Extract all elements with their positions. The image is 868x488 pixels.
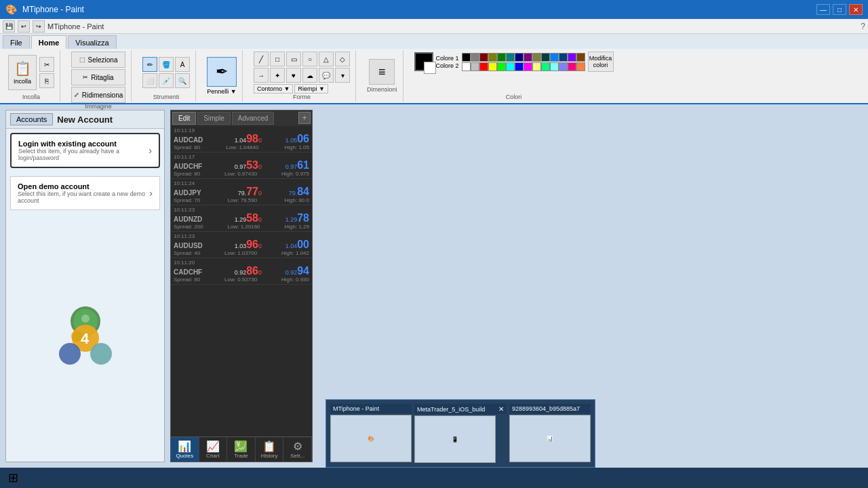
taglia-button[interactable]: ✂: [39, 57, 54, 72]
color-swatch[interactable]: [471, 62, 479, 71]
taskbar-thumbnail-group[interactable]: MTiphone - Paint 🎨: [330, 404, 412, 463]
ellipse-tool[interactable]: ○: [302, 52, 317, 66]
color-swatch[interactable]: [550, 62, 559, 71]
color-swatch[interactable]: [550, 53, 559, 62]
arrow-tool[interactable]: →: [254, 68, 269, 83]
nav-item-trade[interactable]: 💹 Trade: [227, 437, 256, 462]
rounded-rect-tool[interactable]: ▭: [286, 52, 301, 66]
triangle-tool[interactable]: △: [319, 52, 334, 66]
text-button[interactable]: A: [175, 57, 190, 72]
nav-item-chart[interactable]: 📈 Chart: [199, 437, 228, 462]
color-swatch[interactable]: [506, 62, 515, 71]
thumb-preview[interactable]: 🎨: [330, 415, 412, 462]
picker-button[interactable]: 💉: [159, 73, 174, 88]
rect-tool[interactable]: □: [270, 52, 285, 66]
heart-tool[interactable]: ♥: [286, 68, 301, 83]
color-swatch[interactable]: [576, 62, 585, 71]
ask-big: 00: [297, 239, 309, 250]
thumb-close-btn[interactable]: ✕: [498, 405, 504, 413]
color-swatch[interactable]: [488, 53, 497, 62]
redo-quick-btn[interactable]: ↪: [33, 20, 45, 33]
quote-item[interactable]: 10:11:23 AUDUSD 1.03960 1.0400 Spread: 4…: [171, 232, 312, 258]
line-tool[interactable]: ╱: [254, 52, 269, 66]
magnify-button[interactable]: 🔍: [175, 73, 190, 88]
quote-details: Spread: 80 Low: 0.97430 High: 0.975: [174, 171, 309, 177]
diamond-tool[interactable]: ◇: [335, 52, 350, 66]
color-swatch[interactable]: [559, 53, 568, 62]
color-swatch[interactable]: [462, 53, 471, 62]
cloud-tool[interactable]: ☁: [302, 68, 317, 83]
undo-quick-btn[interactable]: ↩: [18, 20, 30, 33]
advanced-toolbar-btn[interactable]: Advanced: [232, 112, 274, 125]
thumb-preview[interactable]: 📱: [414, 415, 496, 463]
quote-item[interactable]: 10:11:19 AUDCAD 1.04980 1.0506 Spread: 8…: [171, 126, 312, 152]
color2-swatch[interactable]: [424, 62, 436, 74]
close-button[interactable]: ✕: [849, 4, 863, 15]
color-swatch[interactable]: [532, 62, 541, 71]
quote-item[interactable]: 10:11:24 AUDJPY 79.770 79.84 Spread: 70 …: [171, 179, 312, 205]
immagine-content: ⬚ Seleziona ✂ Ritaglia ⤢ Ridimensiona: [71, 52, 125, 103]
nav-item-sett[interactable]: ⚙ Sett...: [283, 437, 312, 462]
forme-row1: ╱ □ ▭ ○ △ ◇: [254, 52, 350, 66]
eraser-button[interactable]: ⬜: [142, 73, 157, 88]
color-swatch[interactable]: [479, 62, 488, 71]
nav-item-quotes[interactable]: 📊 Quotes: [171, 437, 199, 462]
color-swatch[interactable]: [524, 62, 532, 71]
pennelli-main-button[interactable]: ✒: [207, 57, 237, 87]
callout-tool[interactable]: 💬: [319, 68, 334, 83]
open-demo-option[interactable]: Open demo account Select this item, if y…: [10, 176, 160, 210]
color-swatch[interactable]: [568, 62, 576, 71]
color-swatch[interactable]: [506, 53, 515, 62]
color-swatch[interactable]: [559, 62, 568, 71]
save-quick-btn[interactable]: 💾: [3, 20, 15, 33]
nav-item-history[interactable]: 📋 History: [256, 437, 284, 462]
color-swatch[interactable]: [497, 62, 506, 71]
help-icon[interactable]: ?: [861, 22, 865, 31]
fill-button[interactable]: 🪣: [159, 57, 174, 72]
start-button[interactable]: ⊞: [3, 470, 23, 486]
pencil-button[interactable]: ✏: [142, 57, 157, 72]
simple-toolbar-btn[interactable]: Simple: [197, 112, 231, 125]
star-tool[interactable]: ✦: [270, 68, 285, 83]
quote-item[interactable]: 10:11:20 CADCHF 0.92860 0.9294 Spread: 8…: [171, 258, 312, 285]
copia-button[interactable]: ⎘: [39, 73, 54, 88]
color-swatch[interactable]: [462, 62, 471, 71]
more-tool[interactable]: ▾: [335, 68, 350, 83]
thumb-preview[interactable]: 📊: [509, 415, 591, 462]
color-swatch[interactable]: [541, 62, 550, 71]
color-swatch[interactable]: [532, 53, 541, 62]
color-swatch[interactable]: [515, 62, 524, 71]
taskbar-thumbnail-group[interactable]: 9288993604_b95d885a7f_o - Pa... 📊: [509, 404, 591, 463]
riempi-btn[interactable]: Riempi ▼: [294, 84, 328, 94]
minimize-button[interactable]: —: [816, 4, 830, 15]
quote-item[interactable]: 10:11:17 AUDCHF 0.97530 0.9761 Spread: 8…: [171, 152, 312, 179]
color-swatch[interactable]: [515, 53, 524, 62]
edit-toolbar-btn[interactable]: Edit: [172, 112, 196, 125]
color-swatch[interactable]: [541, 53, 550, 62]
ritaglia-button[interactable]: ✂ Ritaglia: [71, 69, 125, 85]
seleziona-button[interactable]: ⬚ Seleziona: [71, 52, 125, 68]
maximize-button[interactable]: □: [833, 4, 846, 15]
quote-details: Spread: 80 Low: 0.92730 High: 0.930: [174, 277, 309, 283]
ribbon-tab-home[interactable]: Home: [31, 35, 67, 49]
modifica-colori-button[interactable]: Modifica colori: [588, 52, 614, 72]
color-swatch[interactable]: [497, 53, 506, 62]
taskbar-thumbnail-group[interactable]: MetaTrader_5_iOS_build_... ✕ 📱: [414, 404, 507, 463]
dimensioni-button[interactable]: ≡: [369, 59, 395, 85]
color1-swatch[interactable]: [414, 52, 433, 71]
accounts-tab[interactable]: Accounts: [10, 113, 53, 125]
incolla-button[interactable]: 📋 Incolla: [8, 55, 37, 90]
color-swatch[interactable]: [576, 53, 585, 62]
contorno-btn[interactable]: Contorno ▼: [254, 84, 293, 94]
color-swatch[interactable]: [488, 62, 497, 71]
color-swatch[interactable]: [479, 53, 488, 62]
ridimensiona-button[interactable]: ⤢ Ridimensiona: [71, 87, 125, 103]
color-swatch[interactable]: [524, 53, 532, 62]
ribbon-tab-visualizza[interactable]: Visualizza: [68, 35, 116, 49]
add-symbol-btn[interactable]: +: [298, 112, 311, 124]
quote-item[interactable]: 10:11:23 AUDNZD 1.29580 1.2978 Spread: 2…: [171, 205, 312, 232]
color-swatch[interactable]: [568, 53, 576, 62]
ribbon-tab-file[interactable]: File: [3, 35, 30, 49]
color-swatch[interactable]: [471, 53, 479, 62]
login-existing-option[interactable]: Login with existing account Select this …: [10, 133, 160, 168]
